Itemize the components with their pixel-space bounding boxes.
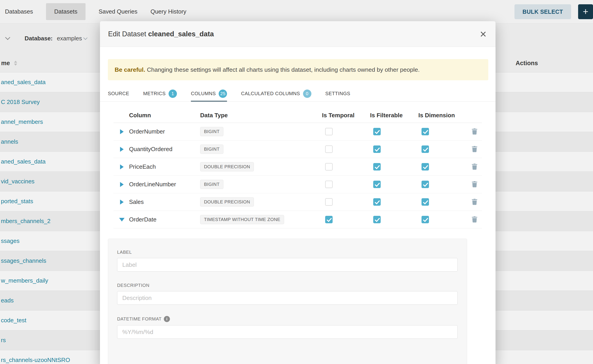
delete-icon[interactable]	[472, 128, 477, 135]
tab-calculated-columns[interactable]: CALCULATED COLUMNS 0	[241, 86, 311, 102]
datetime-format-input[interactable]	[117, 325, 458, 339]
is-dimension-checkbox[interactable]	[422, 163, 429, 170]
delete-icon[interactable]	[472, 181, 477, 188]
column-row: Sales DOUBLE PRECISION	[113, 193, 482, 211]
header-is-filterable: Is Filterable	[370, 112, 418, 119]
expand-caret-icon[interactable]	[120, 200, 124, 205]
is-dimension-checkbox[interactable]	[422, 128, 429, 135]
edit-dataset-modal: Edit Dataset cleaned_sales_data × Be car…	[100, 21, 495, 364]
warning-text: Changing these settings will affect all …	[147, 66, 420, 73]
modal-title-dataset-name: cleaned_sales_data	[148, 30, 214, 38]
is-temporal-checkbox[interactable]	[325, 145, 333, 153]
columns-table: Column Data Type Is Temporal Is Filterab…	[113, 108, 482, 228]
is-filterable-checkbox[interactable]	[373, 145, 381, 153]
column-row: OrderLineNumber BIGINT	[113, 176, 482, 193]
delete-icon[interactable]	[472, 216, 477, 223]
field-label-text: DATETIME FORMAT	[117, 316, 162, 322]
is-filterable-checkbox[interactable]	[373, 198, 381, 206]
column-name: OrderLineNumber	[129, 181, 200, 188]
label-input[interactable]	[117, 258, 458, 272]
is-temporal-checkbox[interactable]	[325, 181, 333, 188]
count-badge: 0	[303, 90, 311, 98]
column-detail-panel: LABEL DESCRIPTION DATETIME FORMAT	[108, 239, 467, 364]
tab-columns[interactable]: COLUMNS 25	[191, 86, 227, 102]
column-name: Sales	[129, 198, 200, 205]
data-type-pill: BIGINT	[200, 180, 223, 189]
tab-source[interactable]: SOURCE	[108, 86, 129, 102]
is-filterable-checkbox[interactable]	[373, 163, 381, 170]
columns-table-header: Column Data Type Is Temporal Is Filterab…	[113, 108, 482, 123]
tab-label: METRICS	[143, 91, 166, 97]
tab-label: SOURCE	[108, 91, 129, 97]
modal-title: Edit Dataset cleaned_sales_data	[108, 30, 214, 38]
field-label-text: DESCRIPTION	[117, 283, 149, 288]
column-row: OrderDate TIMESTAMP WITHOUT TIME ZONE	[113, 211, 482, 228]
data-type-pill: DOUBLE PRECISION	[200, 197, 254, 207]
delete-icon[interactable]	[472, 146, 477, 152]
is-temporal-checkbox[interactable]	[325, 163, 333, 170]
header-is-temporal: Is Temporal	[322, 112, 370, 119]
is-filterable-checkbox[interactable]	[373, 128, 381, 135]
datetime-format-field-label: DATETIME FORMAT	[117, 316, 467, 322]
column-name: QuantityOrdered	[129, 146, 200, 153]
delete-icon[interactable]	[472, 199, 477, 205]
is-dimension-checkbox[interactable]	[422, 216, 429, 223]
header-data-type: Data Type	[200, 112, 322, 119]
tab-label: CALCULATED COLUMNS	[241, 91, 300, 97]
data-type-pill: BIGINT	[200, 127, 223, 136]
tab-label: SETTINGS	[325, 91, 350, 97]
field-label-text: LABEL	[117, 250, 132, 255]
header-is-dimension: Is Dimension	[418, 112, 467, 119]
label-field-label: LABEL	[117, 250, 467, 255]
modal-title-prefix: Edit Dataset	[108, 30, 146, 38]
expand-caret-icon[interactable]	[120, 129, 124, 134]
expand-caret-icon[interactable]	[120, 164, 124, 169]
modal-header: Edit Dataset cleaned_sales_data ×	[100, 21, 495, 47]
tab-metrics[interactable]: METRICS 1	[143, 86, 177, 102]
column-row: OrderNumber BIGINT	[113, 123, 482, 141]
is-temporal-checkbox[interactable]	[325, 216, 333, 223]
is-dimension-checkbox[interactable]	[422, 198, 429, 206]
is-filterable-checkbox[interactable]	[373, 181, 381, 188]
description-input[interactable]	[117, 291, 458, 305]
description-field-label: DESCRIPTION	[117, 283, 467, 288]
info-icon[interactable]	[164, 316, 170, 322]
close-icon[interactable]: ×	[480, 28, 487, 40]
header-column: Column	[129, 112, 200, 119]
is-temporal-checkbox[interactable]	[325, 198, 333, 206]
tab-label: COLUMNS	[191, 91, 216, 97]
expand-caret-icon[interactable]	[120, 182, 124, 187]
is-dimension-checkbox[interactable]	[422, 181, 429, 188]
is-dimension-checkbox[interactable]	[422, 145, 429, 153]
is-filterable-checkbox[interactable]	[373, 216, 381, 223]
tab-settings[interactable]: SETTINGS	[325, 86, 350, 102]
column-name: PriceEach	[129, 163, 200, 170]
column-name: OrderNumber	[129, 128, 200, 135]
warning-bold: Be careful.	[115, 66, 145, 73]
data-type-pill: DOUBLE PRECISION	[200, 162, 254, 171]
count-badge: 1	[169, 90, 177, 98]
column-name: OrderDate	[129, 216, 200, 223]
warning-banner: Be careful. Changing these settings will…	[108, 59, 488, 80]
column-row: PriceEach DOUBLE PRECISION	[113, 158, 482, 176]
data-type-pill: BIGINT	[200, 144, 223, 154]
delete-icon[interactable]	[472, 163, 477, 170]
data-type-pill: TIMESTAMP WITHOUT TIME ZONE	[200, 215, 284, 224]
modal-tabs: SOURCE METRICS 1 COLUMNS 25 CALCULATED C…	[100, 86, 495, 102]
expand-caret-icon[interactable]	[120, 147, 124, 152]
expand-caret-icon[interactable]	[119, 218, 125, 221]
column-row: QuantityOrdered BIGINT	[113, 141, 482, 158]
is-temporal-checkbox[interactable]	[325, 128, 333, 135]
count-badge: 25	[219, 90, 227, 98]
